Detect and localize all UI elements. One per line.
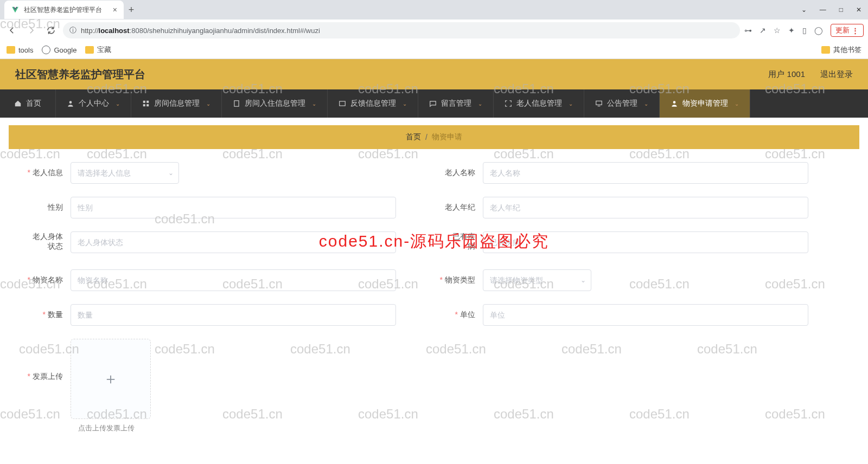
nav-menu: 首页 个人中心⌄ 房间信息管理⌄ 房间入住信息管理⌄ 反馈信息管理⌄ 留言管理⌄… [0, 89, 868, 118]
home-icon [14, 100, 22, 107]
bookmark-treasure[interactable]: 宝藏 [85, 45, 111, 55]
select-material-type[interactable]: ⌄ [483, 269, 591, 291]
svg-rect-2 [146, 101, 149, 103]
select-elderly-info[interactable]: ⌄ [71, 162, 179, 184]
chevron-down-icon: ⌄ [735, 101, 739, 107]
address-bar: ⓘ http://localhost:8080/shehuizhihuiyang… [0, 20, 868, 41]
input-disease[interactable] [483, 231, 808, 253]
input-material-name[interactable] [71, 269, 396, 291]
feedback-icon [339, 100, 346, 107]
chevron-down-icon: ⌄ [168, 169, 174, 177]
label-quantity: 数量 [22, 310, 71, 320]
tab-close-icon[interactable]: × [113, 5, 117, 14]
profile-icon[interactable]: ◯ [814, 26, 823, 35]
svg-rect-1 [143, 101, 145, 103]
folder-icon [85, 46, 94, 54]
tab-strip: 社区智慧养老监护管理平台 × + ⌄ ― □ ✕ [0, 0, 868, 20]
close-icon[interactable]: ✕ [856, 6, 861, 14]
label-unit: 单位 [434, 310, 483, 320]
info-icon: ⓘ [69, 25, 76, 35]
breadcrumb-home[interactable]: 首页 [406, 132, 421, 142]
svg-rect-4 [146, 104, 149, 106]
nav-personal[interactable]: 个人中心⌄ [56, 89, 131, 118]
globe-icon [42, 46, 50, 54]
svg-rect-5 [234, 101, 239, 107]
key-icon[interactable]: ⊶ [744, 26, 752, 35]
nav-elderly-info[interactable]: 老人信息管理⌄ [494, 89, 584, 118]
address-bar-icons: ⊶ ↗ ☆ ✦ ▯ ◯ 更新 ⋮ [744, 24, 864, 37]
chevron-down-icon[interactable]: ⌄ [801, 6, 807, 14]
select-elderly-info-input[interactable] [71, 162, 179, 184]
back-button[interactable] [4, 23, 20, 38]
label-elderly-name: 老人名称 [434, 167, 483, 178]
chevron-down-icon: ⌄ [569, 101, 573, 107]
svg-rect-3 [143, 104, 145, 106]
input-elderly-age[interactable] [483, 197, 808, 218]
input-unit[interactable] [483, 304, 808, 326]
svg-rect-7 [596, 101, 602, 105]
bookmark-other[interactable]: 其他书签 [821, 45, 861, 55]
label-material-name: 物资名称 [22, 275, 71, 286]
tab-title: 社区智慧养老监护管理平台 [24, 5, 102, 15]
chevron-down-icon: ⌄ [478, 101, 482, 107]
panel-icon[interactable]: ▯ [802, 26, 807, 35]
extensions-icon[interactable]: ✦ [788, 26, 795, 35]
nav-message[interactable]: 留言管理⌄ [418, 89, 494, 118]
folder-icon [821, 46, 830, 54]
chevron-down-icon: ⌄ [116, 101, 120, 107]
label-body-status: 老人身体 状态 [22, 231, 71, 251]
star-icon[interactable]: ☆ [774, 26, 781, 35]
url-input[interactable]: ⓘ http://localhost:8080/shehuizhihuiyang… [63, 22, 740, 38]
bookmark-google[interactable]: Google [42, 46, 76, 54]
input-quantity[interactable] [71, 304, 396, 326]
browser-tab[interactable]: 社区智慧养老监护管理平台 × [4, 1, 124, 19]
header-right: 用户 1001 退出登录 [768, 69, 853, 80]
breadcrumb-separator: / [425, 133, 427, 141]
chevron-down-icon: ⌄ [644, 101, 648, 107]
logout-link[interactable]: 退出登录 [820, 69, 853, 80]
app-header: 社区智慧养老监护管理平台 用户 1001 退出登录 [0, 59, 868, 89]
select-material-type-input[interactable] [483, 269, 591, 291]
url-text: http://localhost:8080/shehuizhihuiyangla… [81, 27, 320, 35]
bookmark-tools[interactable]: tools [7, 46, 33, 54]
upload-tip: 点击上传发票上传 [78, 423, 846, 433]
label-elderly-info: 老人信息 [22, 167, 71, 178]
scan-icon [505, 100, 512, 107]
breadcrumb: 首页 / 物资申请 [9, 125, 859, 149]
nav-material[interactable]: 物资申请管理⌄ [660, 89, 750, 118]
browser-chrome: 社区智慧养老监护管理平台 × + ⌄ ― □ ✕ ⓘ http://localh… [0, 0, 868, 59]
breadcrumb-current: 物资申请 [432, 132, 462, 142]
chevron-down-icon: ⌄ [403, 101, 407, 107]
reload-button[interactable] [43, 23, 59, 38]
forward-button[interactable] [24, 23, 39, 38]
nav-room-info[interactable]: 房间信息管理⌄ [131, 89, 222, 118]
nav-home[interactable]: 首页 [0, 89, 56, 118]
label-elderly-age: 老人年纪 [434, 202, 483, 213]
form-area: 老人信息 ⌄ 老人名称 性别 老人年纪 [0, 157, 868, 444]
nav-room-checkin[interactable]: 房间入住信息管理⌄ [222, 89, 328, 118]
building-icon [233, 100, 240, 107]
chevron-down-icon: ⌄ [312, 101, 316, 107]
vue-favicon [11, 5, 20, 14]
new-tab-button[interactable]: + [124, 4, 139, 16]
user-label[interactable]: 用户 1001 [768, 69, 805, 80]
update-button[interactable]: 更新 ⋮ [831, 24, 864, 37]
nav-feedback[interactable]: 反馈信息管理⌄ [328, 89, 418, 118]
svg-point-0 [69, 101, 72, 104]
input-elderly-name[interactable] [483, 162, 808, 184]
bookmarks-bar: tools Google 宝藏 其他书签 [0, 41, 868, 59]
minimize-icon[interactable]: ― [820, 6, 826, 14]
label-disease: 已有疾 病 [434, 231, 483, 251]
label-material-type: 物资类型 [434, 275, 483, 286]
input-body-status[interactable] [71, 231, 396, 253]
window-controls: ⌄ ― □ ✕ [801, 6, 868, 14]
maximize-icon[interactable]: □ [839, 6, 843, 14]
nav-notice[interactable]: 公告管理⌄ [584, 89, 660, 118]
monitor-icon [595, 100, 603, 107]
app-title: 社区智慧养老监护管理平台 [15, 67, 145, 82]
message-icon [429, 100, 437, 107]
upload-invoice[interactable]: ＋ [71, 339, 151, 419]
share-icon[interactable]: ↗ [760, 26, 766, 35]
chevron-down-icon: ⌄ [580, 276, 586, 284]
input-gender[interactable] [71, 197, 396, 218]
